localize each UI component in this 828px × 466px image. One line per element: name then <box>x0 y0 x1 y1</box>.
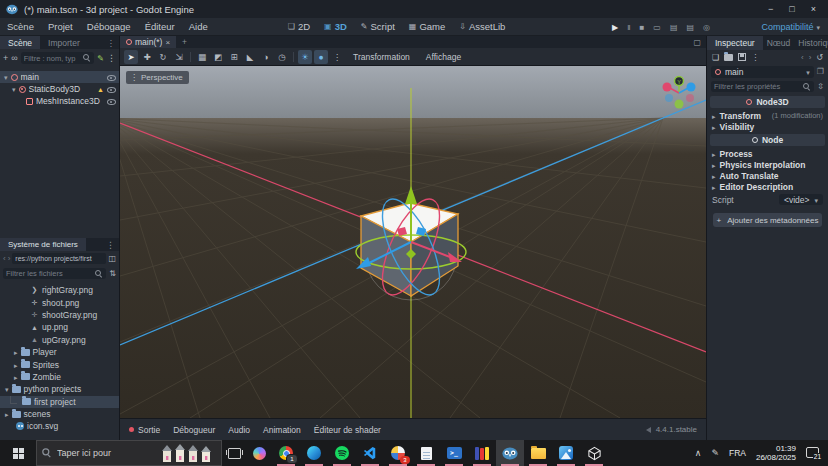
file-row[interactable]: ❯ rightGray.png <box>0 284 119 296</box>
sort-files-icon[interactable]: ⇅ <box>109 269 116 278</box>
viewport-extra-menu-icon[interactable] <box>330 50 344 64</box>
camera-override-button[interactable]: ◷ <box>275 50 289 64</box>
panel-audio[interactable]: Audio <box>228 425 250 435</box>
snap-button[interactable]: ◑ <box>259 50 273 64</box>
scale-tool-button[interactable]: ⇲ <box>172 50 186 64</box>
stop-button[interactable]: ■ <box>639 23 644 32</box>
minimize-button[interactable]: − <box>768 4 773 14</box>
expand-sections-icon[interactable]: ⇳ <box>817 82 824 91</box>
file-row[interactable]: ▲ upGray.png <box>0 334 119 346</box>
mode-game[interactable]: ▦Game <box>409 21 445 32</box>
folder-row[interactable]: scenes <box>0 408 119 420</box>
remote-debug-icon[interactable]: ▭ <box>653 23 661 32</box>
resource-menu-icon[interactable] <box>751 53 759 62</box>
collapse-icon[interactable] <box>14 372 18 382</box>
menu-project[interactable]: Projet <box>41 21 80 32</box>
preview-environment-toggle[interactable]: ● <box>314 50 328 64</box>
folder-row[interactable]: Sprites <box>0 358 119 370</box>
history-back-icon[interactable]: ‹ <box>801 53 804 62</box>
menu-editor[interactable]: Éditeur <box>138 21 182 32</box>
chrome-button[interactable]: 1 <box>272 440 300 466</box>
search-highlight-castles-image[interactable] <box>161 443 215 463</box>
taskbar-search[interactable]: Taper ici pour <box>36 440 222 466</box>
visibility-eye-icon[interactable] <box>107 85 116 94</box>
instance-scene-button[interactable]: ∞ <box>11 53 17 63</box>
section-auto-translate[interactable]: Auto Translate <box>707 170 828 181</box>
new-resource-icon[interactable]: ❏ <box>712 53 719 62</box>
collapse-icon[interactable] <box>4 72 8 82</box>
rotate-tool-button[interactable]: ↻ <box>156 50 170 64</box>
menu-help[interactable]: Aide <box>182 21 215 32</box>
menu-view[interactable]: Affichage <box>419 52 468 62</box>
file-row[interactable]: ✛ shootGray.png <box>0 309 119 321</box>
preview-sunlight-toggle[interactable]: ☀ <box>298 50 312 64</box>
tree-row-staticbody3d[interactable]: StaticBody3D ▲ <box>0 83 119 95</box>
instances-icon[interactable]: ◎ <box>703 23 710 32</box>
hidden-icons-chevron[interactable]: ∧ <box>695 448 702 458</box>
tab-history[interactable]: Historique <box>794 36 828 50</box>
lock-button[interactable]: ◩ <box>211 50 225 64</box>
godot-taskbar-button[interactable] <box>496 440 524 466</box>
object-history-icon[interactable]: ↺ <box>816 53 823 62</box>
nav-back-icon[interactable]: ‹ <box>3 254 6 263</box>
dock-menu-icon[interactable] <box>103 36 120 49</box>
view-axis-gizmo[interactable]: Y <box>656 70 700 114</box>
group-button[interactable]: ⊞ <box>227 50 241 64</box>
folder-row[interactable]: Player <box>0 346 119 358</box>
panel-debugger[interactable]: Débogueur <box>173 425 215 435</box>
notepad-button[interactable] <box>412 440 440 466</box>
collapse-icon[interactable] <box>12 84 16 94</box>
split-view-icon[interactable]: ◫ <box>108 254 116 263</box>
edited-object-selector[interactable]: main <box>711 66 814 78</box>
mode-2d[interactable]: ❏2D <box>288 21 310 32</box>
ruler-button[interactable]: ◣ <box>243 50 257 64</box>
history-forward-icon[interactable]: › <box>809 53 812 62</box>
move-tool-button[interactable]: ✚ <box>140 50 154 64</box>
visibility-eye-icon[interactable] <box>107 73 116 82</box>
load-resource-icon[interactable] <box>724 54 733 61</box>
tab-scene[interactable]: Scène <box>0 36 40 49</box>
section-transform[interactable]: Transform (1 modification) <box>707 110 828 121</box>
close-tab-icon[interactable]: × <box>165 38 170 47</box>
select-tool-button[interactable]: ➤ <box>124 50 138 64</box>
copilot-button[interactable] <box>247 440 272 466</box>
mode-3d[interactable]: ▣3D <box>324 21 347 32</box>
movie-maker-icon-2[interactable]: ▤ <box>686 23 694 32</box>
section-editor-description[interactable]: Editor Description <box>707 181 828 192</box>
tab-import[interactable]: Importer <box>40 36 88 49</box>
mode-assetlib[interactable]: ⇩AssetLib <box>459 21 505 32</box>
mode-script[interactable]: ✎Script <box>361 21 395 32</box>
movie-maker-icon[interactable]: ▤ <box>670 23 678 32</box>
filesystem-filter-input[interactable]: Filtrer les fichiers <box>3 268 106 279</box>
current-path[interactable]: res://python projects/first <box>12 253 106 264</box>
action-center-button[interactable]: 21 <box>806 447 820 459</box>
new-scene-tab-button[interactable]: + <box>176 36 193 48</box>
menu-scene[interactable]: Scène <box>0 21 41 32</box>
section-visibility[interactable]: Visibility <box>707 121 828 132</box>
file-row[interactable]: ▲ up.png <box>0 321 119 333</box>
folder-row[interactable]: Zombie <box>0 371 119 383</box>
maximize-button[interactable]: □ <box>789 4 794 14</box>
section-process[interactable]: Process <box>707 148 828 159</box>
panel-animation[interactable]: Animation <box>263 425 301 435</box>
file-row[interactable]: ✛ shoot.png <box>0 296 119 308</box>
play-button[interactable]: ▶ <box>612 23 618 32</box>
engine-version[interactable]: 4.4.1.stable <box>656 425 697 434</box>
start-button[interactable] <box>0 440 36 466</box>
list-select-button[interactable]: ▦ <box>195 50 209 64</box>
expand-viewport-icon[interactable]: ▢ <box>688 36 706 48</box>
expand-icon[interactable] <box>5 384 9 394</box>
menu-debug[interactable]: Débogage <box>80 21 138 32</box>
vscode-button[interactable] <box>356 440 384 466</box>
language-indicator[interactable]: FRA <box>729 448 746 458</box>
file-row[interactable]: icon.svg <box>0 420 119 432</box>
nav-forward-icon[interactable]: › <box>8 254 11 263</box>
tab-node[interactable]: Nœud <box>763 36 795 50</box>
collapse-icon[interactable] <box>5 409 9 419</box>
winrar-button[interactable] <box>468 440 496 466</box>
panel-output[interactable]: Sortie <box>129 425 160 435</box>
task-view-button[interactable] <box>222 440 247 466</box>
notification-app-button[interactable]: 3 <box>384 440 412 466</box>
edge-button[interactable] <box>300 440 328 466</box>
close-button[interactable]: × <box>811 4 816 14</box>
